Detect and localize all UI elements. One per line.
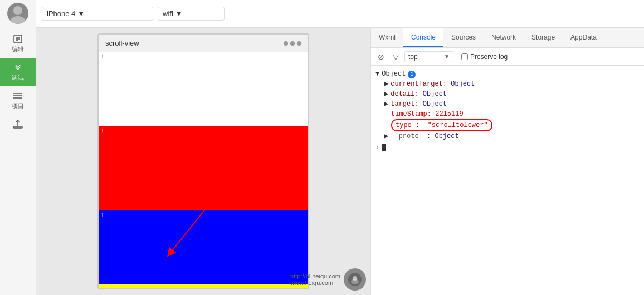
tab-console[interactable]: Console xyxy=(403,28,443,47)
console-input-line: › xyxy=(375,144,640,151)
cursor-blink xyxy=(382,144,386,151)
edit-icon xyxy=(11,34,25,44)
filter-dropdown-arrow[interactable]: ▼ xyxy=(444,53,450,60)
network-label: wifi xyxy=(163,9,173,18)
network-selector[interactable]: wifi ▼ xyxy=(158,7,225,21)
svg-point-14 xyxy=(353,276,357,281)
svg-rect-9 xyxy=(13,126,22,128)
console-prop-timestamp: timeStamp : 2215119 xyxy=(384,109,640,119)
sidebar-item-edit[interactable]: 编辑 xyxy=(0,30,36,58)
collapse-arrow[interactable]: ▼ xyxy=(375,69,379,79)
console-prop-detail: ▶ detail : Object xyxy=(384,89,640,99)
phone-white-area: ↑ xyxy=(99,52,308,126)
prop-arrow[interactable]: ▶ xyxy=(384,79,388,89)
device-chevron: ▼ xyxy=(77,9,85,18)
toolbar: iPhone 4 ▼ wifi ▼ xyxy=(36,0,644,28)
console-prop-target: ▶ target : Object xyxy=(384,99,640,109)
filter-button[interactable]: ▽ xyxy=(390,51,401,62)
phone-frame: scroll-view ↑ ↑ ↑ xyxy=(97,33,309,289)
main-content: iPhone 4 ▼ wifi ▼ scroll-view xyxy=(36,0,644,295)
phone-preview: scroll-view ↑ ↑ ↑ xyxy=(36,28,370,295)
phone-blue-label: ↑ xyxy=(101,212,104,218)
tab-storage[interactable]: Storage xyxy=(524,28,563,47)
console-properties: ▶ currentTarget : Object ▶ detail : Obje… xyxy=(384,79,640,141)
console-object-header: ▼ Object i xyxy=(375,69,640,79)
project-icon xyxy=(11,91,25,101)
watermark-logo xyxy=(344,268,366,291)
sidebar-item-edit-label: 编辑 xyxy=(12,45,24,53)
console-prop-proto: ▶ __proto__ : Object xyxy=(384,131,640,141)
phone-red-label: ↑ xyxy=(101,127,104,134)
filter-input[interactable] xyxy=(408,53,442,61)
console-output[interactable]: ▼ Object i ▶ currentTarget : Object ▶ xyxy=(371,66,644,295)
avatar[interactable] xyxy=(7,3,28,24)
object-label: Object xyxy=(382,69,406,79)
info-icon: i xyxy=(408,71,416,78)
phone-dot-1 xyxy=(284,41,288,46)
debug-icon xyxy=(11,62,25,72)
phone-header: scroll-view xyxy=(99,35,308,52)
phone-blue-area: ↑ xyxy=(99,210,308,284)
phone-header-title: scroll-view xyxy=(105,39,139,47)
sidebar-item-debug[interactable]: 调试 xyxy=(0,58,36,86)
network-chevron: ▼ xyxy=(175,9,183,18)
watermark: http://bl.heiqu.comwww.heiqu.com xyxy=(290,268,366,291)
upload-icon xyxy=(11,119,25,129)
phone-dots xyxy=(284,41,301,46)
device-selector[interactable]: iPhone 4 ▼ xyxy=(42,7,153,21)
phone-content: ↑ ↑ ↑ xyxy=(99,52,308,288)
prop-arrow-detail[interactable]: ▶ xyxy=(384,89,388,99)
type-highlight: type : "scrolltolower" xyxy=(391,119,492,131)
svg-point-0 xyxy=(13,6,22,15)
tab-sources[interactable]: Sources xyxy=(443,28,484,47)
tab-wxml[interactable]: Wxml xyxy=(371,28,403,47)
content-split: scroll-view ↑ ↑ ↑ xyxy=(36,28,644,295)
sidebar: 编辑 调试 项目 xyxy=(0,0,36,295)
console-prop-type: type : "scrolltolower" xyxy=(384,119,640,131)
phone-yellow-bar xyxy=(99,284,308,288)
device-label: iPhone 4 xyxy=(47,9,75,18)
preserve-log-checkbox[interactable] xyxy=(461,53,468,60)
sidebar-item-upload[interactable] xyxy=(0,115,36,135)
sidebar-item-project[interactable]: 项目 xyxy=(0,86,36,115)
filter-input-wrapper: ▼ xyxy=(404,51,453,62)
svg-point-1 xyxy=(10,16,26,24)
clear-console-button[interactable]: ⊘ xyxy=(375,51,387,62)
devtools-toolbar: ⊘ ▽ ▼ Preserve log xyxy=(371,48,644,66)
sidebar-item-project-label: 项目 xyxy=(12,102,24,110)
devtools-tabs: Wxml Console Sources Network Storage App… xyxy=(371,28,644,48)
phone-white-label: ↑ xyxy=(101,53,104,60)
tab-network[interactable]: Network xyxy=(484,28,524,47)
prop-arrow-target[interactable]: ▶ xyxy=(384,99,388,109)
preserve-log-label: Preserve log xyxy=(470,53,508,61)
console-prop-currentTarget: ▶ currentTarget : Object xyxy=(384,79,640,89)
preserve-log-wrapper: Preserve log xyxy=(461,53,508,61)
phone-dot-3 xyxy=(297,41,301,46)
input-arrow: › xyxy=(375,144,379,151)
phone-red-area: ↑ xyxy=(99,126,308,210)
phone-dot-2 xyxy=(290,41,295,46)
watermark-url: http://bl.heiqu.comwww.heiqu.com xyxy=(290,273,340,286)
devtools-panel: Wxml Console Sources Network Storage App… xyxy=(370,28,644,295)
prop-arrow-proto[interactable]: ▶ xyxy=(384,131,388,141)
tab-appdata[interactable]: AppData xyxy=(563,28,604,47)
sidebar-item-debug-label: 调试 xyxy=(12,73,24,82)
